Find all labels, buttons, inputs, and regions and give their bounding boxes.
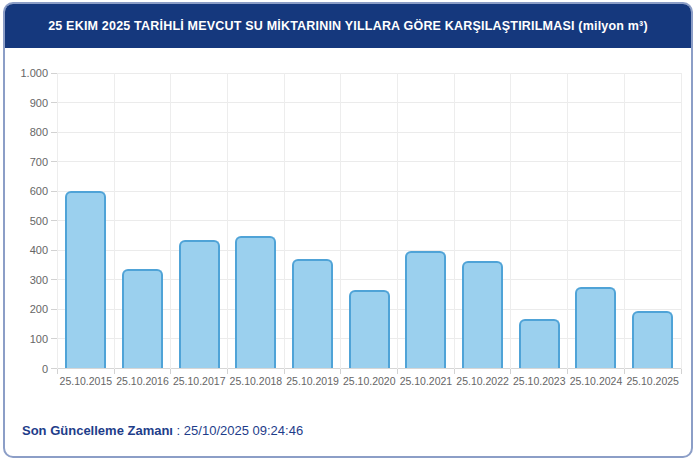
bar-25.10.2024[interactable]	[575, 287, 616, 369]
chart-card: 25 EKIM 2025 TARİHLİ MEVCUT SU MİKTARINI…	[3, 2, 693, 458]
last-update-label: Son Güncelleme Zamanı	[22, 423, 173, 438]
bar-25.10.2020[interactable]	[349, 290, 390, 369]
water-comparison-widget: 25 EKIM 2025 TARİHLİ MEVCUT SU MİKTARINI…	[0, 0, 696, 461]
bar-25.10.2018[interactable]	[235, 236, 276, 368]
chart-header: 25 EKIM 2025 TARİHLİ MEVCUT SU MİKTARINI…	[5, 4, 691, 48]
bar-25.10.2019[interactable]	[292, 259, 333, 369]
bar-25.10.2015[interactable]	[65, 191, 106, 368]
bar-25.10.2017[interactable]	[179, 240, 220, 369]
last-update-separator: :	[173, 423, 184, 438]
bar-25.10.2022[interactable]	[462, 261, 503, 369]
bar-25.10.2025[interactable]	[632, 311, 673, 368]
bar-25.10.2021[interactable]	[405, 251, 446, 369]
bar-25.10.2016[interactable]	[122, 269, 163, 369]
bar-25.10.2023[interactable]	[519, 319, 560, 368]
last-update-line: Son Güncelleme Zamanı : 25/10/2025 09:24…	[22, 423, 303, 438]
chart-title: 25 EKIM 2025 TARİHLİ MEVCUT SU MİKTARINI…	[38, 19, 658, 33]
last-update-value: 25/10/2025 09:24:46	[184, 423, 303, 438]
